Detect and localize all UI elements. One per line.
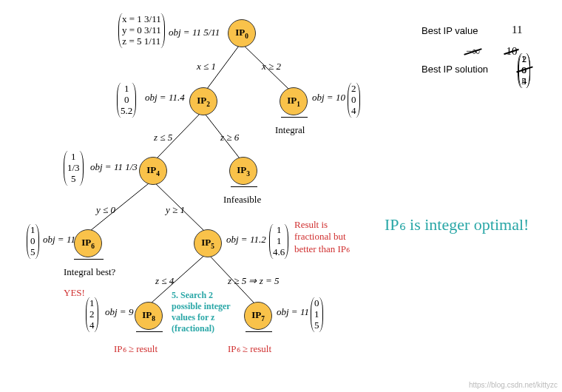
node-ip2: IP2 (189, 87, 217, 115)
ip8-underline (136, 331, 163, 332)
node-ip7: IP7 (244, 302, 272, 330)
node-ip4: IP4 (139, 157, 167, 185)
edge-label-y-ge-1: y ≥ 1 (166, 204, 185, 216)
edge-label-y-le-0: y ≤ 0 (96, 204, 115, 216)
node-label: IP8 (142, 309, 155, 322)
ip6-obj: obj = 11 (43, 234, 75, 246)
edge-label-z-ge-6: z ≥ 6 (220, 132, 239, 143)
node-ip5: IP5 (194, 229, 222, 257)
ip7-underline (246, 331, 272, 332)
edge-label-z-le-4: z ≤ 4 (155, 275, 174, 287)
best-ip-solution-label: Best IP solution (422, 64, 488, 75)
ip8-compare: IP₆ ≥ result (114, 343, 158, 355)
ip6-solution: 105 (27, 224, 39, 259)
node-label: IP2 (197, 95, 210, 108)
edge-label-z-ge-5: z ≥ 5 ⇒ z = 5 (228, 275, 280, 287)
ip5-obj: obj = 11.2 (226, 234, 266, 246)
ip7-solution: 015 (311, 297, 323, 332)
node-label: IP7 (251, 309, 265, 322)
best-ip-value-label: Best IP value (422, 25, 478, 36)
ip5-solution: 114.6 (269, 224, 288, 259)
node-label: IP5 (201, 237, 214, 250)
best-ip-value-struck-2: 10 (506, 45, 517, 58)
ip1-note: Integral (275, 124, 305, 136)
ip3-underline (231, 186, 257, 187)
node-ip8: IP8 (135, 302, 163, 330)
node-label: IP0 (235, 27, 248, 40)
ip6-optimal: IP₆ is integer optimal! (385, 214, 529, 236)
step5-note: 5. Search 2 possible integer values for … (172, 290, 243, 334)
ip7-obj: obj = 11 (277, 306, 309, 318)
ip6-underline (74, 259, 104, 260)
ip1-solution: 204 (348, 83, 360, 118)
ip3-note: Infeasible (223, 194, 261, 206)
ip4-obj: obj = 11 1/3 (90, 161, 138, 173)
ip0-solution: x = 1 3/11y = 0 3/11z = 5 1/11 (118, 13, 165, 48)
ip8-obj: obj = 9 (105, 306, 133, 318)
node-ip3: IP3 (229, 157, 257, 185)
node-label: IP1 (287, 95, 300, 108)
node-ip0: IP0 (228, 19, 256, 47)
node-label: IP4 (146, 164, 160, 178)
ip7-compare: IP₆ ≥ result (228, 343, 271, 355)
ip4-solution: 11/35 (64, 151, 84, 186)
best-ip-value-struck-1: −∞ (466, 45, 480, 58)
edge-label-x-ge-2: x ≥ 2 (262, 61, 281, 72)
node-label: IP3 (237, 164, 250, 178)
ip6-question: Integral best? (64, 266, 123, 278)
node-ip6: IP6 (74, 229, 102, 257)
ip0-obj: obj = 11 5/11 (169, 27, 220, 38)
best-ip-solution-final: 105 (518, 53, 530, 88)
ip6-yes: YES! (64, 287, 85, 299)
ip2-obj: obj = 11.4 (145, 92, 185, 104)
ip1-underline (281, 117, 308, 118)
ip8-solution: 124 (86, 297, 98, 332)
edge-label-x-le-1: x ≤ 1 (197, 61, 216, 72)
node-ip1: IP1 (280, 87, 308, 115)
ip1-obj: obj = 10 (312, 92, 345, 104)
node-label: IP6 (81, 237, 95, 250)
edge-label-z-le-5: z ≤ 5 (154, 132, 172, 143)
best-ip-value-final: 11 (512, 24, 522, 36)
ip5-note: Result is fractional but better than IP₆ (294, 219, 361, 255)
ip2-solution: 105.2 (117, 83, 136, 118)
watermark: https://blog.csdn.net/kittyzc (469, 381, 558, 389)
tree-edges (0, 0, 562, 392)
